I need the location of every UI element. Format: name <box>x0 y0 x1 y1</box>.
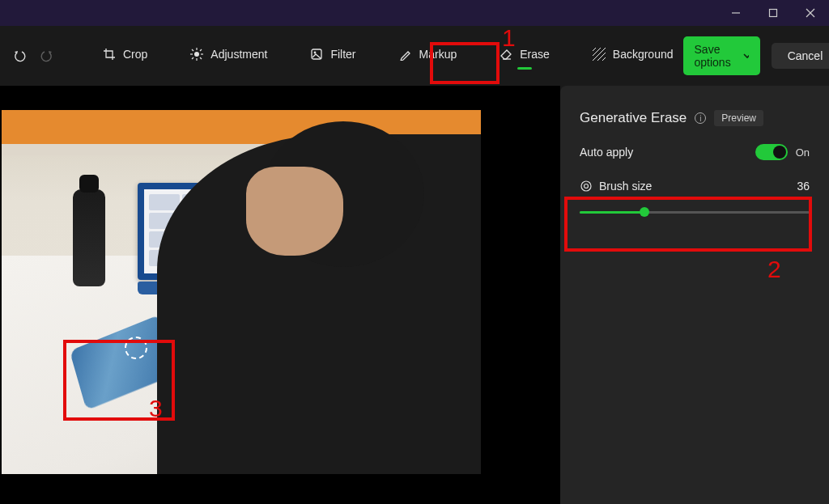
svg-point-14 <box>314 52 317 54</box>
erase-icon <box>499 47 513 61</box>
image-canvas[interactable] <box>0 86 560 504</box>
tool-erase[interactable]: Erase <box>489 39 559 73</box>
tool-label: Background <box>613 48 674 61</box>
slider-thumb[interactable] <box>640 207 649 217</box>
erase-side-panel: Generative Erase i Preview Auto apply On… <box>560 86 829 504</box>
panel-title: Generative Erase <box>580 110 687 126</box>
window-titlebar <box>0 0 829 26</box>
brush-cursor <box>125 337 147 359</box>
undo-button[interactable] <box>6 43 32 69</box>
maximize-icon <box>768 8 778 18</box>
minimize-icon <box>731 8 741 18</box>
auto-apply-state: On <box>796 146 810 159</box>
tool-label: Markup <box>419 48 457 61</box>
photo-person <box>157 134 481 474</box>
close-button[interactable] <box>792 0 829 26</box>
adjustment-icon <box>189 47 204 61</box>
slider-fill <box>580 211 644 214</box>
tool-label: Crop <box>123 48 147 61</box>
svg-rect-1 <box>770 10 777 17</box>
tool-crop[interactable]: Crop <box>92 39 157 73</box>
undo-icon <box>12 49 27 63</box>
auto-apply-toggle[interactable] <box>755 144 788 160</box>
svg-line-11 <box>200 49 202 51</box>
info-icon[interactable]: i <box>695 112 706 124</box>
auto-apply-label: Auto apply <box>580 146 633 159</box>
brush-size-value: 36 <box>797 180 810 193</box>
cancel-button[interactable]: Cancel <box>772 43 829 69</box>
tool-markup[interactable]: Markup <box>389 39 467 73</box>
edited-photo[interactable] <box>2 110 481 474</box>
maximize-button[interactable] <box>755 0 792 26</box>
redo-button[interactable] <box>34 43 60 69</box>
editor-toolbar: Crop Adjustment Filter Markup Erase <box>0 26 829 86</box>
save-label: Save options <box>695 43 735 69</box>
svg-line-19 <box>597 53 606 61</box>
brush-size-label: Brush size <box>599 180 652 193</box>
tool-adjustment[interactable]: Adjustment <box>180 39 277 73</box>
markup-icon <box>398 47 413 61</box>
chevron-down-icon <box>742 51 748 61</box>
history-controls <box>6 43 60 69</box>
brush-size-slider[interactable] <box>580 204 810 220</box>
svg-line-10 <box>200 57 202 59</box>
minimize-button[interactable] <box>717 0 755 26</box>
brush-size-icon <box>580 180 593 193</box>
photo-bottle <box>73 189 105 286</box>
tool-filter[interactable]: Filter <box>300 39 365 73</box>
svg-line-20 <box>602 57 606 61</box>
background-icon <box>592 47 606 61</box>
tool-label: Adjustment <box>210 48 267 61</box>
filter-icon <box>309 47 324 61</box>
tool-tabs: Crop Adjustment Filter Markup Erase <box>92 39 683 73</box>
svg-point-22 <box>585 184 589 188</box>
tool-label: Erase <box>520 48 550 61</box>
save-options-button[interactable]: Save options <box>683 36 760 75</box>
tool-background[interactable]: Background <box>582 39 683 73</box>
svg-line-12 <box>192 57 193 59</box>
close-icon <box>806 8 815 18</box>
svg-line-2 <box>806 9 814 17</box>
svg-line-17 <box>593 48 601 56</box>
preview-badge: Preview <box>714 110 763 126</box>
cancel-label: Cancel <box>788 49 823 62</box>
crop-icon <box>102 47 117 61</box>
svg-point-4 <box>194 52 199 57</box>
svg-point-21 <box>581 181 591 191</box>
redo-icon <box>40 49 54 63</box>
svg-line-3 <box>806 9 814 17</box>
svg-line-9 <box>192 49 193 51</box>
svg-line-16 <box>593 48 596 51</box>
tool-label: Filter <box>330 48 355 61</box>
